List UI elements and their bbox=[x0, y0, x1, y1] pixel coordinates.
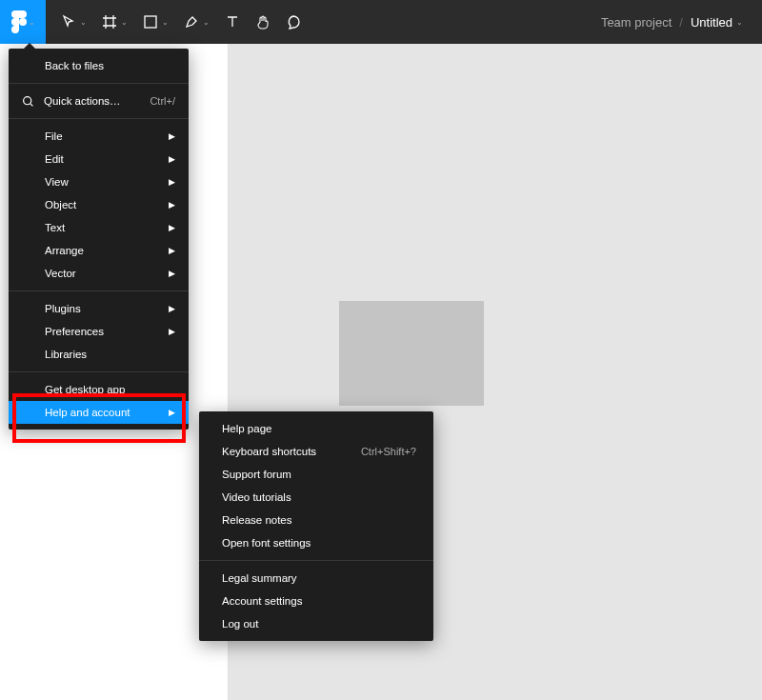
submenu-release-notes[interactable]: Release notes bbox=[199, 509, 433, 531]
svg-point-2 bbox=[24, 96, 31, 104]
menu-arrange[interactable]: Arrange▶ bbox=[9, 239, 189, 262]
frame-icon bbox=[102, 14, 117, 30]
figma-logo-icon bbox=[11, 10, 27, 33]
chevron-right-icon: ▶ bbox=[169, 304, 175, 313]
submenu-legal-summary[interactable]: Legal summary bbox=[199, 567, 433, 590]
submenu-log-out[interactable]: Log out bbox=[199, 612, 433, 635]
team-name: Team project bbox=[601, 15, 672, 30]
menu-edit[interactable]: Edit▶ bbox=[9, 148, 189, 170]
canvas-rectangle[interactable] bbox=[339, 301, 484, 406]
chevron-right-icon: ▶ bbox=[169, 269, 175, 278]
menu-preferences[interactable]: Preferences▶ bbox=[9, 320, 189, 343]
menu-object[interactable]: Object▶ bbox=[9, 193, 189, 216]
main-menu: Back to files Quick actions… Ctrl+/ File… bbox=[9, 49, 189, 430]
chevron-down-icon: ⌄ bbox=[203, 18, 210, 27]
chevron-down-icon: ⌄ bbox=[80, 18, 87, 27]
submenu-account-settings[interactable]: Account settings bbox=[199, 590, 433, 612]
text-tool[interactable] bbox=[217, 9, 248, 35]
frame-tool[interactable]: ⌄ bbox=[94, 9, 135, 35]
submenu-open-font-settings[interactable]: Open font settings bbox=[199, 531, 433, 554]
menu-view[interactable]: View▶ bbox=[9, 170, 189, 193]
move-tool[interactable]: ⌄ bbox=[53, 9, 94, 35]
chevron-down-icon: ⌄ bbox=[162, 18, 169, 27]
help-submenu: Help page Keyboard shortcutsCtrl+Shift+?… bbox=[199, 411, 433, 641]
chevron-right-icon: ▶ bbox=[169, 200, 175, 210]
chevron-down-icon: ⌄ bbox=[29, 18, 35, 27]
shape-tool[interactable]: ⌄ bbox=[135, 9, 176, 35]
main-menu-button[interactable]: ⌄ bbox=[0, 0, 46, 44]
file-title[interactable]: Team project / Untitled ⌄ bbox=[601, 15, 762, 30]
chevron-right-icon: ▶ bbox=[169, 246, 175, 255]
menu-plugins[interactable]: Plugins▶ bbox=[9, 297, 189, 320]
submenu-help-page[interactable]: Help page bbox=[199, 417, 433, 440]
hand-tool[interactable] bbox=[248, 9, 278, 35]
menu-vector[interactable]: Vector▶ bbox=[9, 262, 189, 285]
menu-file[interactable]: File▶ bbox=[9, 125, 189, 148]
pen-tool[interactable]: ⌄ bbox=[176, 9, 217, 35]
chevron-right-icon: ▶ bbox=[169, 177, 175, 187]
menu-quick-actions[interactable]: Quick actions… Ctrl+/ bbox=[9, 90, 189, 112]
comment-icon bbox=[286, 14, 301, 30]
chevron-right-icon: ▶ bbox=[169, 327, 175, 336]
menu-separator bbox=[9, 290, 189, 291]
separator: / bbox=[679, 15, 683, 30]
svg-rect-1 bbox=[145, 16, 156, 28]
submenu-video-tutorials[interactable]: Video tutorials bbox=[199, 486, 433, 509]
menu-back-to-files[interactable]: Back to files bbox=[9, 54, 189, 77]
menu-separator bbox=[9, 371, 189, 372]
menu-separator bbox=[9, 83, 189, 84]
menu-help-and-account[interactable]: Help and account▶ bbox=[9, 401, 189, 424]
rectangle-icon bbox=[143, 14, 158, 30]
toolbar-tools: ⌄ ⌄ ⌄ ⌄ bbox=[46, 9, 309, 35]
chevron-down-icon: ⌄ bbox=[121, 18, 128, 27]
chevron-right-icon: ▶ bbox=[169, 223, 175, 232]
chevron-down-icon: ⌄ bbox=[736, 18, 743, 27]
pointer-icon bbox=[61, 14, 76, 30]
chevron-right-icon: ▶ bbox=[169, 154, 175, 164]
comment-tool[interactable] bbox=[278, 9, 309, 35]
top-toolbar: ⌄ ⌄ ⌄ ⌄ ⌄ Team project / Un bbox=[0, 0, 762, 44]
menu-get-desktop-app[interactable]: Get desktop app bbox=[9, 378, 189, 401]
file-name: Untitled bbox=[691, 15, 732, 30]
menu-text[interactable]: Text▶ bbox=[9, 216, 189, 239]
submenu-support-forum[interactable]: Support forum bbox=[199, 463, 433, 486]
search-icon bbox=[22, 95, 34, 108]
menu-libraries[interactable]: Libraries bbox=[9, 343, 189, 366]
text-icon bbox=[225, 14, 240, 30]
chevron-right-icon: ▶ bbox=[169, 131, 175, 141]
chevron-right-icon: ▶ bbox=[169, 408, 175, 417]
svg-point-0 bbox=[19, 18, 27, 26]
pen-icon bbox=[184, 14, 199, 30]
hand-icon bbox=[255, 14, 271, 30]
submenu-keyboard-shortcuts[interactable]: Keyboard shortcutsCtrl+Shift+? bbox=[199, 440, 433, 463]
menu-separator bbox=[199, 560, 433, 561]
menu-separator bbox=[9, 118, 189, 119]
